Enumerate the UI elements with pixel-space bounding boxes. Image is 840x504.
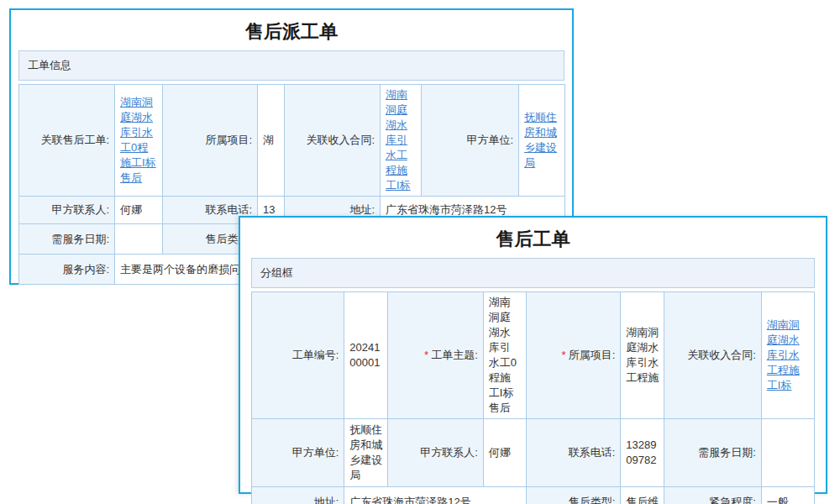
table-row: 关联售后工单: 湖南洞庭湖水库引水工0程施工I标售后 所属项目: 湖 关联收入合… [19,85,565,197]
page: 售后派工单 工单信息 关联售后工单: 湖南洞庭湖水库引水工0程施工I标售后 所属… [0,0,840,504]
party-a-contact-value: 何娜 [483,419,526,487]
work-order-window: 售后工单 分组框 工单编号: 2024100001 *工单主题: 湖南洞庭湖水库… [239,216,827,494]
address-label: 地址: [252,487,344,504]
service-date-value [761,419,814,487]
service-type-label: 售后类型: [526,487,620,504]
table-row: 甲方单位: 抚顺住房和城乡建设局 甲方联系人: 何娜 联系电话: 1328909… [252,419,815,487]
related-income-contract-label: 关联收入合同: [664,292,761,419]
project-label: *所属项目: [526,292,620,419]
party-a-unit-label: 甲方单位: [422,85,519,197]
service-content-label: 服务内容: [19,255,115,285]
project-value: 湖 [258,85,285,197]
project-value: 湖南洞庭湖水库引水工程施 [621,292,664,419]
order-no-label: 工单编号: [252,292,344,419]
party-a-unit-link[interactable]: 抚顺住房和城乡建设局 [524,111,557,169]
required-marker: * [562,349,566,361]
dispatch-order-title: 售后派工单 [18,10,564,44]
service-date-label: 需服务日期: [19,224,115,255]
related-service-order-value: 湖南洞庭湖水库引水工0程施工I标售后 [115,85,163,197]
order-subject-label: *工单主题: [388,292,483,419]
dispatch-order-section-header: 工单信息 [18,50,564,81]
work-order-title: 售后工单 [251,218,815,251]
phone-label: 联系电话: [526,419,620,487]
urgency-label: 紧急程度: [664,487,761,504]
urgency-value: 一般 [761,487,814,504]
party-a-contact-value: 何娜 [115,197,163,224]
required-marker: * [424,349,428,361]
project-label: 所属项目: [163,85,258,197]
party-a-unit-label: 甲方单位: [252,419,344,487]
related-income-contract-label: 关联收入合同: [285,85,381,197]
work-order-table: 工单编号: 2024100001 *工单主题: 湖南洞庭湖水库引水工0程施工I标… [251,291,815,504]
party-a-unit-value: 抚顺住房和城乡建设局 [519,85,565,197]
related-income-contract-value: 湖南洞庭湖水库引水工程施工I标 [381,85,422,197]
related-income-contract-value: 湖南洞庭湖水库引水工程施工I标 [761,292,814,419]
party-a-contact-label: 甲方联系人: [388,419,483,487]
order-subject-value: 湖南洞庭湖水库引水工0程施工I标售后 [483,292,526,419]
table-row: 地址: 广东省珠海市菏泽路12号 售后类型: 售后维 紧急程度: 一般 [252,487,815,504]
related-service-order-link[interactable]: 湖南洞庭湖水库引水工0程施工I标售后 [120,96,156,184]
service-date-value [115,224,163,255]
project-label-text: 所属项目: [569,349,616,361]
service-date-label: 需服务日期: [664,419,761,487]
related-income-contract-link[interactable]: 湖南洞庭湖水库引水工程施工I标 [386,88,411,192]
phone-value: 1328909782 [621,419,664,487]
order-no-value: 2024100001 [344,292,388,419]
table-row: 工单编号: 2024100001 *工单主题: 湖南洞庭湖水库引水工0程施工I标… [252,292,815,419]
party-a-contact-label: 甲方联系人: [19,197,115,224]
order-subject-label-text: 工单主题: [431,349,478,361]
related-service-order-label: 关联售后工单: [19,85,115,197]
address-value: 广东省珠海市菏泽路12号 [344,487,527,504]
related-income-contract-link[interactable]: 湖南洞庭湖水库引水工程施工I标 [767,318,800,391]
service-type-value: 售后维 [621,487,664,504]
work-order-section-header: 分组框 [251,258,815,288]
party-a-unit-value: 抚顺住房和城乡建设局 [344,419,388,487]
